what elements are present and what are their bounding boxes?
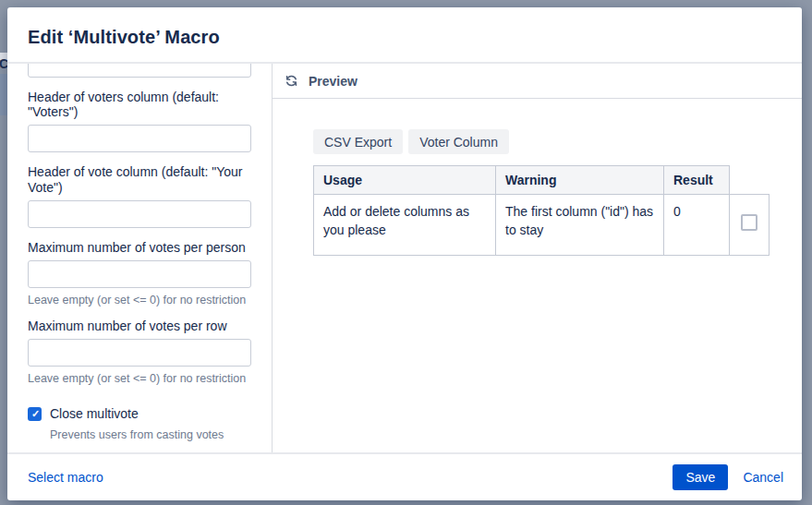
close-multivote-checkbox[interactable]	[28, 407, 42, 421]
csv-export-button[interactable]: CSV Export	[313, 129, 403, 154]
dialog-header: Edit ‘Multivote’ Macro	[7, 7, 802, 64]
preview-title: Preview	[309, 74, 358, 89]
vote-column-header-empty	[730, 166, 770, 195]
backdrop-panel	[0, 74, 7, 115]
max-votes-person-input[interactable]	[28, 260, 251, 288]
preview-table: Usage Warning Result Add or delete colum…	[313, 165, 770, 256]
max-votes-row-input[interactable]	[28, 339, 251, 367]
usage-cell: Add or delete columns as you please	[314, 195, 496, 256]
vote-column-label: Header of vote column (default: "Your Vo…	[28, 164, 251, 194]
dialog-title: Edit ‘Multivote’ Macro	[28, 27, 782, 48]
voters-column-label: Header of voters column (default: "Voter…	[28, 90, 251, 119]
voter-column-button[interactable]: Voter Column	[408, 129, 509, 154]
result-column-header: Result	[664, 166, 730, 195]
result-cell: 0	[664, 195, 730, 256]
edit-multivote-macro-dialog: Edit ‘Multivote’ Macro Header of voters …	[7, 7, 802, 500]
max-votes-row-label: Maximum number of votes per row	[28, 319, 251, 333]
close-multivote-helper: Prevents users from casting votes	[50, 428, 251, 441]
save-button[interactable]: Save	[673, 464, 728, 490]
macro-params-form: Header of voters column (default: "Voter…	[7, 64, 273, 452]
refresh-icon[interactable]	[284, 73, 299, 89]
preview-panel: Preview CSV Export Voter Column Usage Wa…	[273, 64, 802, 452]
cancel-link[interactable]: Cancel	[743, 470, 783, 485]
max-votes-row-helper: Leave empty (or set <= 0) for no restric…	[28, 372, 251, 385]
close-multivote-label: Close multivote	[50, 406, 139, 421]
warning-column-header: Warning	[496, 166, 664, 195]
vote-column-input[interactable]	[28, 200, 251, 228]
preview-header: Preview	[273, 64, 802, 99]
backdrop-text-fragment: .C	[0, 56, 7, 73]
vote-checkbox[interactable]	[741, 214, 757, 231]
table-header-row: Usage Warning Result	[314, 166, 770, 195]
warning-cell: The first column ("id") has to stay	[496, 195, 664, 256]
usage-column-header: Usage	[314, 166, 496, 195]
max-votes-person-label: Maximum number of votes per person	[28, 240, 251, 255]
vote-cell	[730, 195, 770, 256]
table-row: Add or delete columns as you please The …	[314, 195, 770, 256]
dialog-footer: Select macro Save Cancel	[7, 452, 802, 500]
voters-column-input[interactable]	[28, 125, 251, 152]
preview-content: CSV Export Voter Column Usage Warning Re…	[273, 99, 802, 256]
max-votes-person-helper: Leave empty (or set <= 0) for no restric…	[28, 294, 251, 307]
scrolled-partial-input[interactable]	[28, 64, 251, 78]
select-macro-link[interactable]: Select macro	[28, 470, 103, 485]
